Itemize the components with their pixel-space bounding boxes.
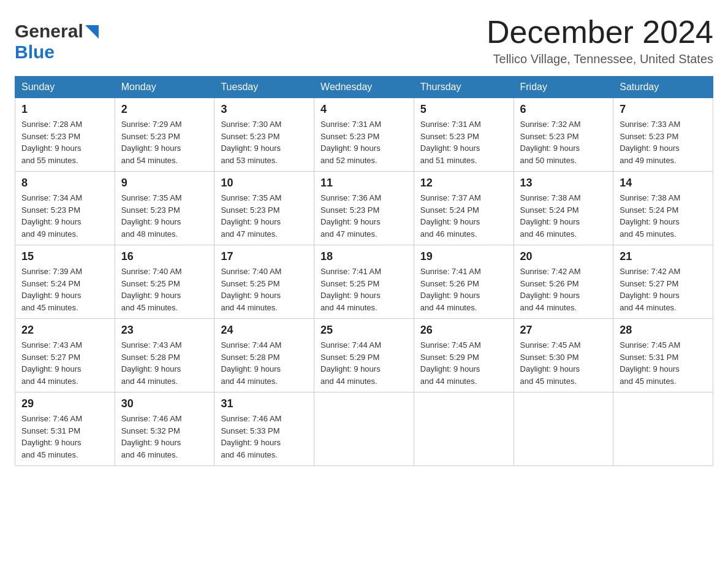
calendar-cell: 16 Sunrise: 7:40 AMSunset: 5:25 PMDaylig… [115, 245, 214, 319]
calendar-cell: 4 Sunrise: 7:31 AMSunset: 5:23 PMDayligh… [314, 98, 414, 172]
day-number: 5 [420, 103, 507, 116]
day-info: Sunrise: 7:38 AMSunset: 5:24 PMDaylight:… [520, 193, 581, 239]
calendar-cell: 7 Sunrise: 7:33 AMSunset: 5:23 PMDayligh… [613, 98, 713, 172]
col-header-friday: Friday [514, 77, 613, 98]
day-info: Sunrise: 7:44 AMSunset: 5:28 PMDaylight:… [221, 340, 281, 386]
calendar-week-row: 22 Sunrise: 7:43 AMSunset: 5:27 PMDaylig… [15, 319, 713, 393]
calendar-cell: 27 Sunrise: 7:45 AMSunset: 5:30 PMDaylig… [514, 319, 613, 393]
day-info: Sunrise: 7:42 AMSunset: 5:27 PMDaylight:… [620, 267, 680, 312]
day-info: Sunrise: 7:32 AMSunset: 5:23 PMDaylight:… [520, 120, 581, 165]
logo: General Blue [15, 21, 99, 63]
col-header-saturday: Saturday [613, 77, 713, 98]
calendar-week-row: 15 Sunrise: 7:39 AMSunset: 5:24 PMDaylig… [15, 245, 713, 319]
logo-general-text: General [15, 21, 83, 42]
day-info: Sunrise: 7:42 AMSunset: 5:26 PMDaylight:… [520, 267, 581, 312]
day-number: 30 [121, 397, 208, 410]
day-number: 2 [121, 103, 208, 116]
day-info: Sunrise: 7:39 AMSunset: 5:24 PMDaylight:… [21, 267, 82, 312]
day-number: 16 [121, 250, 208, 263]
day-number: 19 [420, 250, 507, 263]
calendar-cell: 8 Sunrise: 7:34 AMSunset: 5:23 PMDayligh… [15, 172, 115, 245]
day-info: Sunrise: 7:43 AMSunset: 5:28 PMDaylight:… [121, 340, 182, 386]
day-info: Sunrise: 7:35 AMSunset: 5:23 PMDaylight:… [221, 193, 281, 239]
location-title: Tellico Village, Tennessee, United State… [487, 52, 713, 66]
calendar-cell: 2 Sunrise: 7:29 AMSunset: 5:23 PMDayligh… [115, 98, 214, 172]
logo-arrow-icon [85, 25, 99, 39]
calendar-cell: 21 Sunrise: 7:42 AMSunset: 5:27 PMDaylig… [613, 245, 713, 319]
day-info: Sunrise: 7:46 AMSunset: 5:33 PMDaylight:… [221, 414, 281, 459]
day-number: 20 [520, 250, 607, 263]
day-info: Sunrise: 7:29 AMSunset: 5:23 PMDaylight:… [121, 120, 182, 165]
calendar-cell: 24 Sunrise: 7:44 AMSunset: 5:28 PMDaylig… [214, 319, 314, 393]
calendar-week-row: 29 Sunrise: 7:46 AMSunset: 5:31 PMDaylig… [15, 393, 713, 466]
day-number: 8 [21, 177, 108, 190]
day-info: Sunrise: 7:38 AMSunset: 5:24 PMDaylight:… [620, 193, 680, 239]
calendar-cell: 5 Sunrise: 7:31 AMSunset: 5:23 PMDayligh… [414, 98, 514, 172]
day-number: 6 [520, 103, 607, 116]
day-number: 15 [21, 250, 108, 263]
day-info: Sunrise: 7:44 AMSunset: 5:29 PMDaylight:… [320, 340, 381, 386]
day-info: Sunrise: 7:43 AMSunset: 5:27 PMDaylight:… [21, 340, 82, 386]
day-number: 12 [420, 177, 507, 190]
day-info: Sunrise: 7:41 AMSunset: 5:26 PMDaylight:… [420, 267, 481, 312]
day-info: Sunrise: 7:46 AMSunset: 5:31 PMDaylight:… [21, 414, 82, 459]
calendar-cell: 12 Sunrise: 7:37 AMSunset: 5:24 PMDaylig… [414, 172, 514, 245]
day-info: Sunrise: 7:40 AMSunset: 5:25 PMDaylight:… [221, 267, 281, 312]
day-info: Sunrise: 7:28 AMSunset: 5:23 PMDaylight:… [21, 120, 82, 165]
calendar-cell: 14 Sunrise: 7:38 AMSunset: 5:24 PMDaylig… [613, 172, 713, 245]
day-info: Sunrise: 7:37 AMSunset: 5:24 PMDaylight:… [420, 193, 481, 239]
calendar-cell: 11 Sunrise: 7:36 AMSunset: 5:23 PMDaylig… [314, 172, 414, 245]
day-number: 9 [121, 177, 208, 190]
day-number: 7 [620, 103, 707, 116]
col-header-monday: Monday [115, 77, 214, 98]
day-number: 10 [221, 177, 308, 190]
day-info: Sunrise: 7:35 AMSunset: 5:23 PMDaylight:… [121, 193, 182, 239]
calendar-cell [314, 393, 414, 466]
day-number: 3 [221, 103, 308, 116]
calendar-cell: 30 Sunrise: 7:46 AMSunset: 5:32 PMDaylig… [115, 393, 214, 466]
day-number: 28 [620, 324, 707, 337]
day-number: 24 [221, 324, 308, 337]
calendar-cell: 26 Sunrise: 7:45 AMSunset: 5:29 PMDaylig… [414, 319, 514, 393]
day-number: 23 [121, 324, 208, 337]
day-number: 27 [520, 324, 607, 337]
calendar-cell: 13 Sunrise: 7:38 AMSunset: 5:24 PMDaylig… [514, 172, 613, 245]
calendar-cell: 3 Sunrise: 7:30 AMSunset: 5:23 PMDayligh… [214, 98, 314, 172]
day-info: Sunrise: 7:45 AMSunset: 5:31 PMDaylight:… [620, 340, 680, 386]
day-info: Sunrise: 7:31 AMSunset: 5:23 PMDaylight:… [420, 120, 481, 165]
col-header-tuesday: Tuesday [214, 77, 314, 98]
col-header-sunday: Sunday [15, 77, 115, 98]
calendar-cell: 28 Sunrise: 7:45 AMSunset: 5:31 PMDaylig… [613, 319, 713, 393]
day-number: 25 [320, 324, 408, 337]
calendar-table: SundayMondayTuesdayWednesdayThursdayFrid… [15, 76, 713, 466]
day-info: Sunrise: 7:45 AMSunset: 5:30 PMDaylight:… [520, 340, 581, 386]
day-number: 31 [221, 397, 308, 410]
title-section: December 2024 Tellico Village, Tennessee… [487, 15, 713, 66]
day-number: 4 [320, 103, 408, 116]
calendar-cell: 17 Sunrise: 7:40 AMSunset: 5:25 PMDaylig… [214, 245, 314, 319]
day-info: Sunrise: 7:46 AMSunset: 5:32 PMDaylight:… [121, 414, 182, 459]
calendar-cell [514, 393, 613, 466]
page-header: General Blue December 2024 Tellico Villa… [15, 15, 713, 66]
calendar-cell: 23 Sunrise: 7:43 AMSunset: 5:28 PMDaylig… [115, 319, 214, 393]
day-info: Sunrise: 7:31 AMSunset: 5:23 PMDaylight:… [320, 120, 381, 165]
day-number: 1 [21, 103, 108, 116]
day-info: Sunrise: 7:41 AMSunset: 5:25 PMDaylight:… [320, 267, 381, 312]
svg-marker-0 [85, 25, 99, 39]
day-number: 22 [21, 324, 108, 337]
calendar-header-row: SundayMondayTuesdayWednesdayThursdayFrid… [15, 77, 713, 98]
calendar-cell: 10 Sunrise: 7:35 AMSunset: 5:23 PMDaylig… [214, 172, 314, 245]
day-number: 11 [320, 177, 408, 190]
day-info: Sunrise: 7:40 AMSunset: 5:25 PMDaylight:… [121, 267, 182, 312]
calendar-cell: 15 Sunrise: 7:39 AMSunset: 5:24 PMDaylig… [15, 245, 115, 319]
calendar-cell: 1 Sunrise: 7:28 AMSunset: 5:23 PMDayligh… [15, 98, 115, 172]
day-number: 18 [320, 250, 408, 263]
calendar-cell: 22 Sunrise: 7:43 AMSunset: 5:27 PMDaylig… [15, 319, 115, 393]
calendar-week-row: 8 Sunrise: 7:34 AMSunset: 5:23 PMDayligh… [15, 172, 713, 245]
day-number: 17 [221, 250, 308, 263]
calendar-cell [613, 393, 713, 466]
calendar-cell [414, 393, 514, 466]
day-number: 21 [620, 250, 707, 263]
calendar-cell: 18 Sunrise: 7:41 AMSunset: 5:25 PMDaylig… [314, 245, 414, 319]
calendar-cell: 31 Sunrise: 7:46 AMSunset: 5:33 PMDaylig… [214, 393, 314, 466]
